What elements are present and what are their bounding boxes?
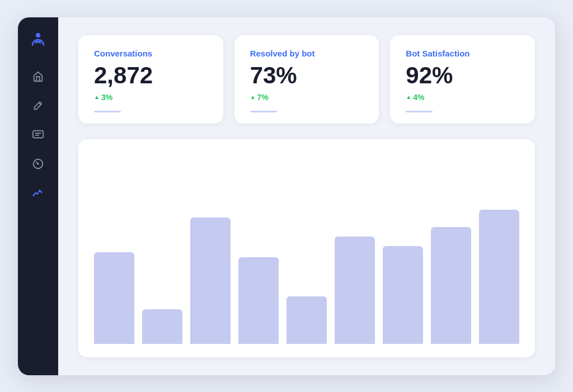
stat-divider [250,111,277,112]
sidebar-item-analytics[interactable] [26,181,50,205]
stat-change-resolved: ▲ 7% [250,93,364,102]
sidebar-item-dashboard[interactable] [26,152,50,176]
stat-change-satisfaction: ▲ 4% [406,93,519,102]
chart-area [78,139,535,357]
up-arrow-icon: ▲ [406,94,411,100]
up-arrow-icon: ▲ [250,94,256,100]
stat-card-satisfaction: Bot Satisfaction 92% ▲ 4% [390,35,535,124]
sidebar-item-home[interactable] [26,64,50,89]
stat-label-satisfaction: Bot Satisfaction [406,49,519,58]
chart-bar [431,227,471,344]
stat-card-conversations: Conversations 2,872 ▲ 3% [78,35,223,124]
chart-bar [286,296,327,344]
chart-bar [94,252,134,344]
stat-divider [406,111,433,112]
stats-row: Conversations 2,872 ▲ 3% Resolved by bot… [78,35,535,124]
stat-card-resolved: Resolved by bot 73% ▲ 7% [234,35,379,124]
svg-point-8 [35,192,36,193]
app-container: Conversations 2,872 ▲ 3% Resolved by bot… [18,17,555,375]
chart-bar [238,257,279,344]
svg-point-0 [36,33,40,37]
chart-bar [190,218,231,344]
stat-change-conversations: ▲ 3% [94,93,208,102]
svg-point-6 [37,163,39,165]
sidebar-logo[interactable] [29,31,47,51]
chart-bar [479,210,519,344]
stat-value-satisfaction: 92% [406,63,519,88]
chart-bar [142,309,182,344]
main-content: Conversations 2,872 ▲ 3% Resolved by bot… [58,17,555,375]
stat-divider [94,111,121,112]
svg-rect-4 [33,130,43,138]
svg-point-10 [39,190,40,191]
sidebar-item-edit[interactable] [26,93,50,118]
stat-value-conversations: 2,872 [94,63,208,88]
up-arrow-icon: ▲ [94,94,100,100]
svg-point-7 [32,195,34,196]
chart-bar [383,246,423,344]
sidebar-item-messages[interactable] [26,122,50,147]
chart-bar [335,237,375,344]
stat-value-resolved: 73% [250,63,364,88]
svg-point-9 [37,193,39,195]
stat-label-resolved: Resolved by bot [250,49,364,58]
sidebar [18,17,58,375]
stat-label-conversations: Conversations [94,49,208,58]
svg-point-11 [41,191,43,193]
